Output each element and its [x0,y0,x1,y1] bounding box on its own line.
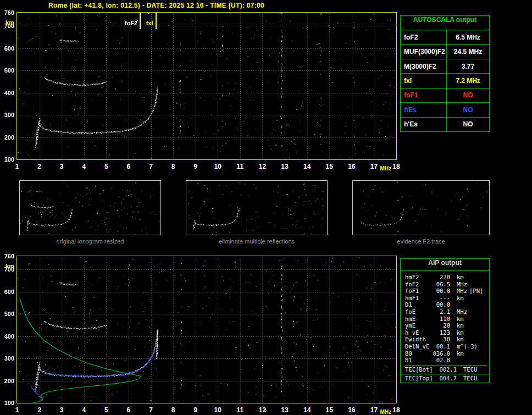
thumbnail-eliminate-caption: eliminate multiple reflections [186,238,328,245]
aip-tec-label: TEC[Bot] [405,366,438,373]
x-tick-label: 10 [211,163,224,170]
x-tick-label: 9 [189,406,202,414]
aip-row-value: 123 [433,329,450,336]
aip-row: h_vE123km [405,329,487,336]
station-date-time-title: Rome (lat: +41.8, lon: 012.5) - DATE: 20… [48,2,264,9]
x-tick-label: 6 [122,406,135,414]
aip-row: ymE20km [405,322,487,329]
aip-row-value: 00.0 [433,287,450,295]
thumbnail-original-canvas [20,181,160,235]
autoscala-row-label: foF1 [401,88,447,102]
y-tick-label: 760 [0,253,14,259]
x-tick-label: 2 [33,406,46,414]
aip-row-value: 20 [433,322,450,329]
aip-tec-value: 002.1 [438,366,457,373]
aip-row-note [469,322,487,329]
x-tick-label: 15 [323,406,336,414]
x-tick-label: 16 [345,163,358,170]
x-tick-label: 10 [211,406,224,414]
aip-row-unit [450,301,469,308]
x-tick-label: 14 [301,406,314,414]
x-tick-label: 3 [55,406,68,414]
x-tick-label: 8 [167,163,180,170]
x-tick-label: 7 [145,163,158,170]
top-ionogram-frame: foF2 fxI [16,12,397,160]
autoscala-row-label: ftEs [401,103,447,117]
aip-row-unit: MHz [450,308,469,316]
autoscala-table-title: AUTOSCALA output [401,16,489,30]
aip-row-unit: km [450,336,469,343]
aip-row-label: foF2 [405,281,433,288]
aip-tec-unit: TECU [457,375,489,381]
bottom-ionogram-plot: 760700600500400300200100km12345678910111… [16,256,397,403]
x-tick-label: 12 [256,406,269,414]
thumbnail-evidence-frame [352,180,490,235]
aip-row-unit: km [450,316,469,323]
thumbnail-evidence-f2: evidence F2 trace [352,180,490,245]
aip-table-body: hmF2220kmfoF206.5MHzfoF100.0MHz[PN]hmF1-… [401,271,489,366]
aip-row-label: B1 [405,357,433,364]
aip-row-value: 00.0 [433,301,450,308]
aip-tec-row: TEC[Top]004.7TECU [401,375,489,381]
x-tick-label: 7 [145,406,158,414]
thumbnail-eliminate-frame [186,180,328,235]
x-tick-label: 12 [256,163,269,170]
aip-row-value: 02.8 [433,357,450,364]
x-tick-label: 16 [345,406,358,414]
aip-row-label: h_vE [405,329,433,336]
aip-row-unit: km [450,274,469,281]
aip-row-note [469,308,487,316]
aip-row-label: foF1 [405,287,433,295]
thumbnail-evidence-canvas [353,181,489,235]
autoscala-row-value: NO [447,103,489,117]
aip-row-note: [PN] [469,287,487,295]
aip-row-note [469,329,487,336]
aip-row: foE2.1MHz [405,308,487,316]
aip-row: hmE110km [405,316,487,323]
autoscala-row-value: 24.5 MHz [447,45,489,58]
autoscala-output-table: AUTOSCALA output foF26.5 MHzMUF(3000)F22… [400,15,490,132]
bottom-ionogram-canvas [17,256,396,403]
aip-tec-row: TEC[Bot]002.1TECU [401,366,489,373]
aip-row-note [478,343,495,350]
x-tick-label: 15 [323,163,336,170]
autoscala-row: M(3000)F23.77 [401,59,489,73]
y-tick-label: 760 [0,9,14,16]
aip-row-unit: km [450,350,469,357]
aip-row-value: 2.1 [433,308,450,316]
x-tick-label: 4 [77,406,91,414]
aip-row-note [469,336,487,343]
aip-output-table: AIP output hmF2220kmfoF206.5MHzfoF100.0M… [400,258,490,383]
autoscala-row-value: 6.5 MHz [447,30,489,44]
aip-row-note [469,281,487,288]
aip-row-unit: km [450,295,469,302]
autoscala-row-label: fxI [401,74,447,87]
aip-row: hmF2220km [405,274,487,281]
x-tick-label: 9 [189,163,202,170]
aip-row: D100.0 [405,301,487,308]
x-tick-label: 11 [234,406,247,414]
thumbnail-eliminate-canvas [186,181,327,235]
thumbnail-original-caption: original ionogram resized [19,238,161,245]
aip-row-value: 220 [433,274,450,281]
aip-row-value: 38 [433,336,450,343]
y-axis-unit-label: km [0,263,14,269]
autoscala-row: h'EsNO [401,117,489,131]
autoscala-row: ftEsNO [401,102,489,117]
aip-row-value: 06.5 [433,281,450,288]
x-tick-label: 13 [278,163,291,170]
aip-row-note [469,350,487,357]
aip-row-value: --- [433,295,450,302]
aip-row-note [469,301,487,308]
x-tick-label: 4 [77,163,91,170]
autoscala-row-label: M(3000)F2 [401,59,447,73]
thumbnail-original-ionogram: original ionogram resized [19,180,161,245]
aip-row-label: ymE [405,322,433,329]
y-tick-label: 100 [0,156,14,163]
y-tick-label: 200 [0,378,14,384]
aip-row-label: DelN_vE [405,343,433,350]
y-tick-label: 600 [0,45,14,52]
aip-row-unit: MHz [450,287,469,295]
autoscala-row-value: 3.77 [447,59,489,73]
y-tick-label: 500 [0,67,14,74]
